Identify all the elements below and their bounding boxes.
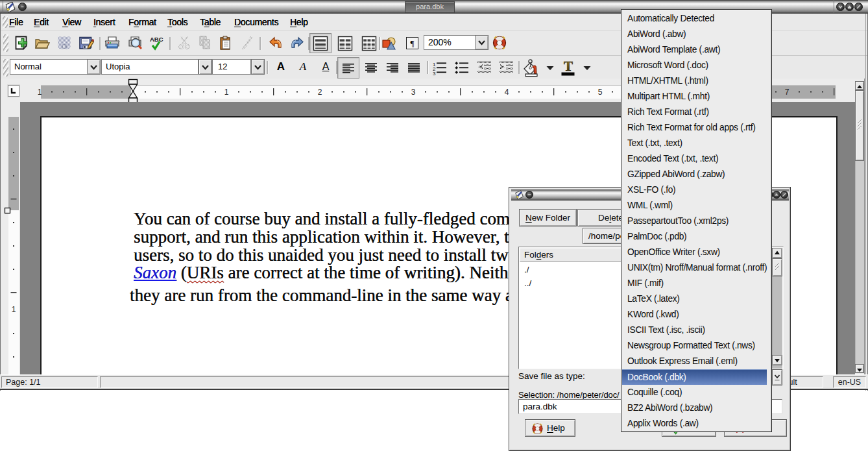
svg-text:T: T xyxy=(564,60,573,74)
svg-text:2: 2 xyxy=(318,88,322,97)
svg-text:ABC: ABC xyxy=(150,36,163,43)
svg-text:3: 3 xyxy=(411,88,416,97)
svg-text:1: 1 xyxy=(38,88,42,97)
svg-text:1: 1 xyxy=(224,88,229,97)
svg-text:4: 4 xyxy=(505,88,509,97)
svg-text:1: 1 xyxy=(12,305,16,314)
svg-text:7: 7 xyxy=(785,88,790,97)
svg-text:3: 3 xyxy=(433,71,436,76)
svg-text:5: 5 xyxy=(598,88,603,97)
